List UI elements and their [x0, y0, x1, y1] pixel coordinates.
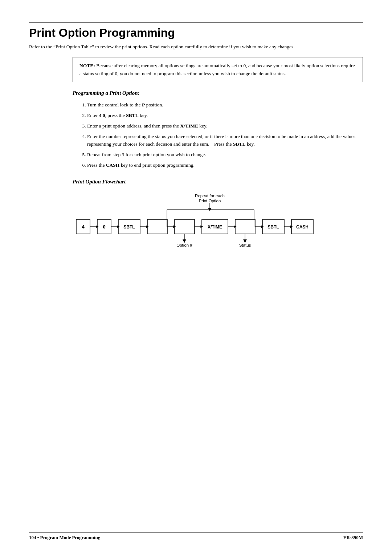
svg-text:SBTL: SBTL: [123, 224, 135, 230]
page: Print Option Programming Refer to the “P…: [0, 0, 392, 555]
svg-text:Repeat for each: Repeat for each: [195, 194, 225, 198]
step-3: Enter a print option address, and then p…: [87, 122, 363, 130]
step-1: Turn the control lock to the P position.: [87, 101, 363, 109]
svg-text:4: 4: [82, 224, 85, 230]
intro-text: Refer to the “Print Option Table” to rev…: [29, 43, 363, 50]
steps-list: Turn the control lock to the P position.…: [87, 101, 363, 172]
svg-text:X/TIME: X/TIME: [208, 224, 222, 230]
svg-rect-22: [235, 219, 255, 234]
svg-text:Option #: Option #: [176, 243, 192, 247]
footer-left: 104 • Program Mode Programming: [29, 535, 100, 540]
svg-rect-17: [175, 219, 195, 234]
svg-text:CASH: CASH: [296, 224, 309, 230]
note-label: NOTE:: [79, 63, 95, 68]
note-box: NOTE: Because after clearing memory all …: [73, 57, 363, 82]
svg-text:0: 0: [103, 224, 105, 230]
note-text: Because after clearing memory all option…: [79, 63, 355, 76]
svg-text:SBTL: SBTL: [268, 224, 279, 230]
top-rule: [29, 22, 363, 23]
step-6: Press the CASH key to end print option p…: [87, 162, 363, 169]
step-4: Enter the number representing the status…: [87, 133, 363, 148]
svg-rect-15: [147, 219, 167, 234]
flowchart-area: Repeat for each Print Option 4 0: [73, 192, 363, 252]
step-5: Repeat from step 3 for each print option…: [87, 151, 363, 159]
programming-heading: Programming a Print Option:: [73, 90, 363, 96]
footer: 104 • Program Mode Programming ER-390M: [29, 532, 363, 540]
svg-text:Status: Status: [239, 243, 251, 247]
footer-right: ER-390M: [343, 535, 363, 540]
step-2: Enter 4 0, press the SBTL key.: [87, 112, 363, 119]
flowchart-svg: Repeat for each Print Option 4 0: [73, 192, 309, 252]
flowchart-heading: Print Option Flowchart: [73, 179, 363, 185]
page-title: Print Option Programming: [29, 26, 363, 40]
svg-text:Print Option: Print Option: [199, 199, 221, 203]
